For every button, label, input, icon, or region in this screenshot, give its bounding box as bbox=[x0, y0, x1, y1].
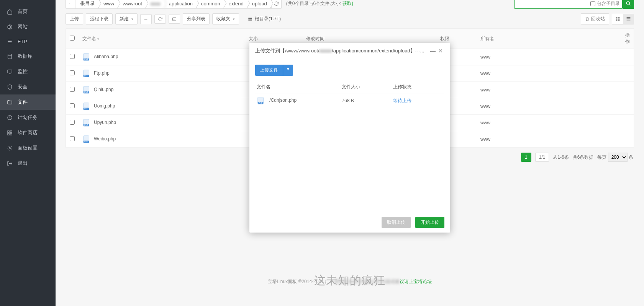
main-area: ← 根目录wwwwwwrootxxxxapplicationcommonexte… bbox=[56, 0, 644, 306]
upload-file-name: /Cdnjson.php bbox=[269, 98, 297, 103]
upload-file-size: 768 B bbox=[340, 93, 391, 108]
sidebar-item-exit[interactable]: 退出 bbox=[0, 156, 56, 171]
sidebar-item-label: 文件 bbox=[18, 99, 28, 106]
modal-title: 上传文件到【/www/wwwroot/xxxxx/application/com… bbox=[255, 47, 429, 54]
svg-rect-6 bbox=[8, 133, 9, 135]
sidebar-item-label: FTP bbox=[18, 39, 27, 44]
sidebar-item-label: 首页 bbox=[18, 8, 28, 15]
sidebar-item-clock[interactable]: 计划任务 bbox=[0, 110, 56, 125]
svg-text:PHP: PHP bbox=[259, 102, 262, 104]
home-icon bbox=[7, 9, 14, 15]
upload-file-status: 等待上传 bbox=[392, 93, 444, 108]
sidebar-item-db[interactable]: 数据库 bbox=[0, 49, 56, 64]
modal-upload-button[interactable]: 上传文件 ▼ bbox=[255, 65, 293, 76]
sidebar-item-monitor[interactable]: 监控 bbox=[0, 64, 56, 79]
start-upload-button[interactable]: 开始上传 bbox=[415, 217, 444, 228]
sidebar-item-label: 安全 bbox=[18, 83, 28, 90]
sidebar-item-gear[interactable]: 面板设置 bbox=[0, 140, 56, 156]
shield-icon bbox=[7, 84, 14, 90]
monitor-icon bbox=[7, 69, 14, 75]
sidebar-item-home[interactable]: 首页 bbox=[0, 4, 56, 19]
clock-icon bbox=[7, 115, 14, 120]
mcol-name: 文件名 bbox=[255, 81, 340, 93]
gear-icon bbox=[7, 145, 14, 151]
mcol-size: 文件大小 bbox=[340, 81, 391, 93]
upload-modal: 上传文件到【/www/wwwroot/xxxxx/application/com… bbox=[249, 43, 450, 233]
svg-point-8 bbox=[9, 147, 11, 149]
cancel-upload-button[interactable]: 取消上传 bbox=[382, 217, 411, 228]
modal-close-button[interactable]: ✕ bbox=[437, 48, 444, 54]
svg-rect-4 bbox=[8, 130, 9, 132]
globe-icon bbox=[7, 24, 14, 30]
php-file-icon: PHP bbox=[257, 96, 265, 105]
sidebar-item-folder[interactable]: 文件 bbox=[0, 94, 56, 110]
sidebar-item-shield[interactable]: 安全 bbox=[0, 79, 56, 94]
sidebar-item-ftp[interactable]: FTP bbox=[0, 34, 56, 49]
svg-rect-7 bbox=[10, 133, 12, 135]
ftp-icon bbox=[7, 39, 14, 44]
sidebar: 首页网站FTP数据库监控安全文件计划任务软件商店面板设置退出 bbox=[0, 0, 56, 306]
modal-minimize-button[interactable]: — bbox=[429, 48, 437, 54]
db-icon bbox=[7, 54, 14, 59]
sidebar-item-label: 网站 bbox=[18, 23, 28, 30]
svg-rect-5 bbox=[10, 130, 12, 132]
sidebar-item-apps[interactable]: 软件商店 bbox=[0, 125, 56, 140]
sidebar-item-label: 退出 bbox=[18, 160, 28, 167]
sidebar-item-label: 面板设置 bbox=[18, 145, 38, 151]
apps-icon bbox=[7, 130, 14, 136]
modal-upload-dropdown[interactable]: ▼ bbox=[283, 65, 293, 76]
sidebar-item-label: 监控 bbox=[18, 68, 28, 75]
svg-rect-2 bbox=[8, 70, 12, 73]
sidebar-item-globe[interactable]: 网站 bbox=[0, 19, 56, 34]
exit-icon bbox=[7, 161, 14, 166]
upload-row: PHP /Cdnjson.php 768 B 等待上传 bbox=[255, 93, 444, 108]
mcol-status: 上传状态 bbox=[392, 81, 444, 93]
sidebar-item-label: 计划任务 bbox=[18, 114, 38, 121]
sidebar-item-label: 数据库 bbox=[18, 53, 33, 60]
folder-icon bbox=[7, 99, 14, 105]
svg-point-1 bbox=[8, 54, 12, 55]
sidebar-item-label: 软件商店 bbox=[18, 129, 38, 136]
